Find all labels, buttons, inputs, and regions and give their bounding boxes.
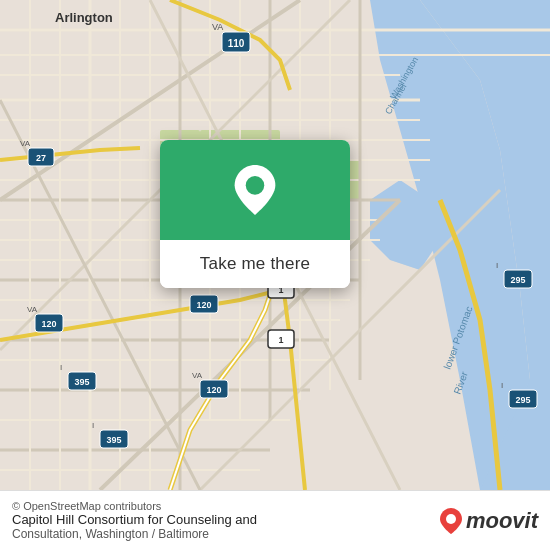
take-me-there-button[interactable]: Take me there: [160, 240, 350, 288]
place-info: Capitol Hill Consortium for Counseling a…: [12, 512, 432, 541]
svg-text:I: I: [501, 381, 503, 390]
svg-text:VA: VA: [27, 305, 38, 314]
place-subtitle: Consultation, Washington / Baltimore: [12, 527, 432, 541]
location-card: Take me there: [160, 140, 350, 288]
svg-text:120: 120: [206, 385, 221, 395]
bottom-bar: © OpenStreetMap contributors Capitol Hil…: [0, 490, 550, 550]
map-area: Arlington 110 VA 27 VA 120 VA 120 395 I …: [0, 0, 550, 490]
svg-text:I: I: [60, 363, 62, 372]
svg-text:VA: VA: [192, 371, 203, 380]
svg-text:295: 295: [510, 275, 525, 285]
svg-text:VA: VA: [212, 22, 223, 32]
svg-text:Arlington: Arlington: [55, 10, 113, 25]
svg-text:120: 120: [41, 319, 56, 329]
svg-text:295: 295: [515, 395, 530, 405]
attribution-text: © OpenStreetMap contributors: [12, 500, 432, 512]
svg-point-79: [246, 176, 265, 195]
svg-text:110: 110: [228, 38, 245, 49]
location-pin-icon: [233, 165, 277, 215]
svg-text:120: 120: [196, 300, 211, 310]
svg-text:I: I: [496, 261, 498, 270]
moovit-pin-icon: [440, 508, 462, 534]
svg-text:395: 395: [106, 435, 121, 445]
place-name: Capitol Hill Consortium for Counseling a…: [12, 512, 432, 527]
svg-text:VA: VA: [20, 139, 31, 148]
svg-point-80: [446, 514, 456, 524]
svg-text:1: 1: [278, 335, 283, 345]
svg-text:I: I: [92, 421, 94, 430]
moovit-text: moovit: [466, 508, 538, 534]
svg-text:27: 27: [36, 153, 46, 163]
moovit-logo: moovit: [440, 508, 538, 534]
card-header: [160, 140, 350, 240]
svg-text:395: 395: [74, 377, 89, 387]
